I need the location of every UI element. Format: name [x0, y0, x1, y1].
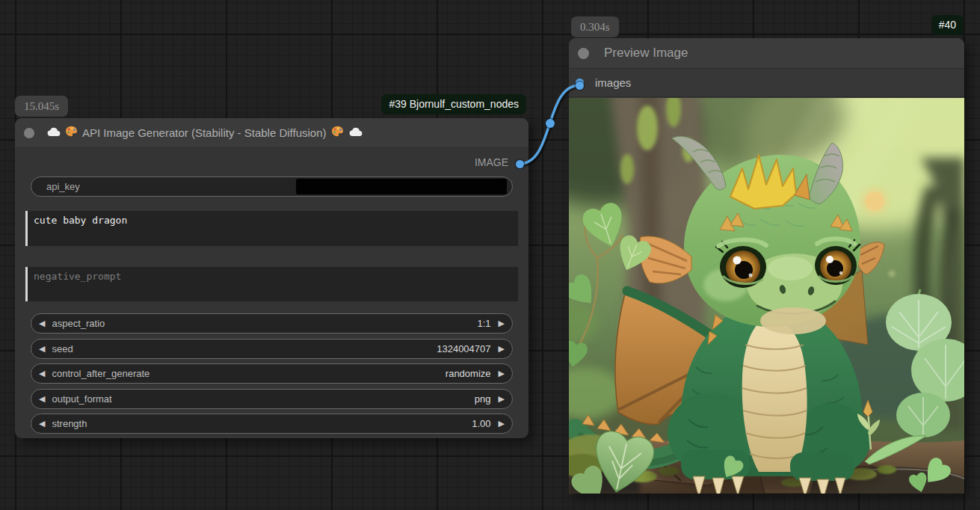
decrement-arrow-icon[interactable]: ◀ [39, 319, 45, 328]
preview-image-node[interactable]: Preview Image images [569, 38, 964, 494]
node-id-badge: #40 [931, 15, 964, 35]
widget-value: 1:1 [477, 318, 490, 329]
widget-strength[interactable]: ◀ strength 1.00 ▶ [31, 414, 513, 434]
cloud-icon [348, 126, 363, 140]
decrement-arrow-icon[interactable]: ◀ [39, 345, 45, 353]
execution-time-badge: 0.304s [571, 16, 619, 37]
preview-image[interactable] [569, 98, 964, 494]
output-label-image: IMAGE [475, 156, 508, 168]
api-key-redacted-value [296, 179, 507, 194]
node-title-bar[interactable]: Preview Image [569, 38, 964, 69]
output-slot-image-icon[interactable] [516, 160, 524, 168]
widget-label: control_after_generate [52, 368, 150, 379]
collapse-dot[interactable] [578, 48, 589, 59]
node-title-bar[interactable]: API Image Generator (Stability - Stable … [15, 118, 528, 148]
node-id-badge: #39 Bjornulf_custom_nodes [381, 94, 526, 114]
increment-arrow-icon[interactable]: ▶ [499, 420, 505, 428]
widget-label: seed [52, 343, 73, 354]
palette-icon [65, 126, 78, 140]
widget-value: 1.00 [472, 418, 490, 429]
decrement-arrow-icon[interactable]: ◀ [39, 369, 45, 378]
increment-arrow-icon[interactable]: ▶ [499, 319, 505, 328]
widget-value: png [475, 393, 491, 405]
api-key-input[interactable]: api_key [31, 176, 513, 197]
widget-value: randomize [446, 368, 491, 379]
widget-label: strength [52, 418, 87, 429]
negative-prompt-textarea[interactable]: negative_prompt [25, 267, 518, 301]
input-slot-images-icon[interactable] [576, 82, 584, 90]
increment-arrow-icon[interactable]: ▶ [499, 395, 505, 403]
dragon-illustration [569, 98, 964, 494]
widget-output-format[interactable]: ◀ output_format png ▶ [31, 389, 513, 409]
api-key-label: api_key [46, 181, 80, 192]
widget-label: aspect_ratio [52, 318, 105, 329]
widget-value: 1324004707 [437, 343, 490, 354]
cloud-icon [46, 126, 61, 140]
node-title: Preview Image [604, 46, 688, 61]
link-midpoint-dot[interactable] [546, 119, 555, 128]
decrement-arrow-icon[interactable]: ◀ [39, 395, 45, 403]
collapse-dot[interactable] [24, 128, 34, 138]
images-input-row: images [569, 69, 964, 97]
prompt-textarea[interactable]: cute baby dragon [25, 211, 518, 246]
widget-label: output_format [52, 393, 111, 405]
widget-aspect-ratio[interactable]: ◀ aspect_ratio 1:1 ▶ [31, 313, 513, 334]
increment-arrow-icon[interactable]: ▶ [499, 345, 505, 353]
input-label-images: images [595, 76, 631, 89]
api-image-generator-node[interactable]: API Image Generator (Stability - Stable … [15, 118, 528, 438]
widget-seed[interactable]: ◀ seed 1324004707 ▶ [31, 339, 513, 359]
increment-arrow-icon[interactable]: ▶ [499, 369, 505, 378]
decrement-arrow-icon[interactable]: ◀ [39, 420, 45, 428]
widget-control-after-generate[interactable]: ◀ control_after_generate randomize ▶ [31, 363, 513, 384]
palette-icon [331, 126, 344, 140]
node-graph-canvas[interactable]: 15.045s #39 Bjornulf_custom_nodes 0.304s… [0, 0, 980, 510]
execution-time-badge: 15.045s [15, 96, 68, 117]
node-title: API Image Generator (Stability - Stable … [82, 126, 327, 139]
